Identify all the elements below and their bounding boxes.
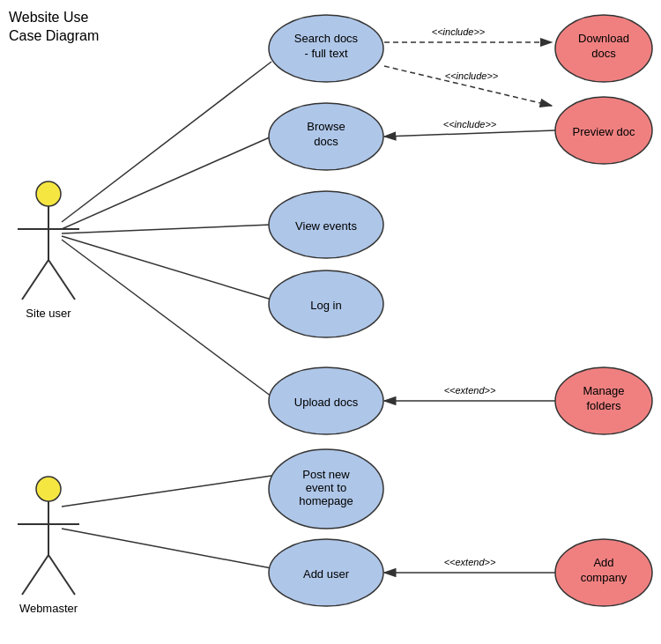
webmaster-leg-right — [48, 555, 75, 595]
rel-browse-preview-label: <<include>> — [443, 119, 497, 130]
usecase-download-docs-label2: docs — [591, 47, 616, 60]
site-user-head — [36, 181, 61, 206]
line-siteuser-upload — [62, 240, 271, 396]
webmaster-head — [36, 477, 61, 501]
line-siteuser-viewevents — [62, 225, 271, 233]
usecase-download-docs-label: Download — [578, 32, 629, 45]
line-siteuser-login — [62, 236, 271, 300]
usecase-view-events-label: View events — [295, 219, 357, 233]
rel-upload-manage-label: <<extend>> — [444, 385, 496, 396]
usecase-add-company-label: Add — [593, 556, 613, 569]
usecase-post-event-label2: event to — [306, 481, 346, 494]
usecase-add-company-label2: company — [581, 571, 628, 584]
line-siteuser-browse — [62, 137, 271, 229]
use-case-diagram: Site user Webmaster Search docs - full t… — [0, 0, 661, 644]
line-webmaster-adduser — [62, 529, 271, 568]
site-user-leg-left — [22, 260, 48, 300]
line-siteuser-search — [62, 62, 271, 222]
site-user-label: Site user — [26, 307, 71, 320]
usecase-manage-folders-label: Manage — [583, 384, 625, 397]
rel-browse-preview — [384, 130, 555, 137]
webmaster-leg-left — [22, 555, 48, 595]
rel-search-download-label: <<include>> — [432, 26, 486, 37]
usecase-add-user-label: Add user — [303, 567, 350, 581]
webmaster-label: Webmaster — [19, 602, 78, 615]
usecase-upload-docs-label: Upload docs — [294, 396, 359, 409]
rel-search-preview-label: <<include>> — [445, 70, 499, 81]
usecase-post-event-label1: Post new — [302, 468, 350, 481]
usecase-log-in-label: Log in — [310, 299, 341, 312]
rel-adduser-addcompany-label: <<extend>> — [444, 557, 496, 567]
usecase-preview-doc-label: Preview doc — [573, 125, 635, 138]
usecase-search-docs-label2: - full text — [304, 47, 348, 60]
usecase-browse-docs-label: Browse — [307, 120, 345, 133]
usecase-manage-folders-label2: folders — [586, 399, 621, 412]
usecase-post-event-label3: homepage — [299, 494, 353, 507]
line-webmaster-postevent — [62, 476, 271, 507]
site-user-leg-right — [48, 260, 75, 300]
usecase-search-docs-label: Search docs — [294, 32, 359, 45]
usecase-browse-docs-label2: docs — [314, 135, 338, 148]
